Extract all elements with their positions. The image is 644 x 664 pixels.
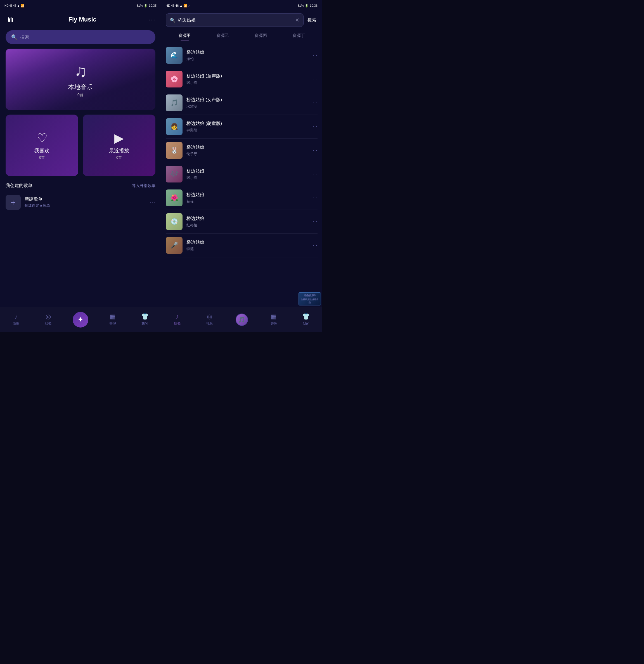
right-nav-mine[interactable]: 👕 我的 <box>290 313 322 326</box>
song-thumb-emoji: 👧 <box>170 123 178 130</box>
song-thumbnail: 🎵 <box>166 95 183 111</box>
nav-item-center[interactable]: ✦ <box>64 312 97 328</box>
nav-item-listen[interactable]: ♪ 听歌 <box>0 313 32 326</box>
new-playlist-info: 新建歌单 创建自定义歌单 <box>25 196 146 208</box>
nav-item-find[interactable]: ◎ 找歌 <box>32 313 64 326</box>
local-music-banner[interactable]: ♫ 本地音乐 0首 <box>6 49 155 110</box>
song-thumb-emoji: 🌺 <box>170 194 178 202</box>
clear-search-button[interactable]: ✕ <box>295 17 299 23</box>
right-search-box[interactable]: 🔍 桥边姑娘 ✕ <box>166 14 304 27</box>
song-artist: 钟奕萌 <box>186 128 309 133</box>
left-search-bar[interactable]: 🔍 搜索 <box>6 30 155 44</box>
right-search-query[interactable]: 桥边姑娘 <box>178 17 293 23</box>
recent-play-card[interactable]: ▶ 最近播放 0首 <box>83 115 155 176</box>
song-title: 桥边姑娘 <box>186 49 309 55</box>
left-network-indicator: HD 46 46 ▲ <box>4 4 20 7</box>
right-manage-icon: ▦ <box>271 313 277 320</box>
nav-item-mine[interactable]: 👕 我的 <box>129 313 161 326</box>
equalizer-icon[interactable] <box>6 15 16 25</box>
song-thumb-emoji: 🎤 <box>170 242 178 249</box>
song-artist: 花僮 <box>186 199 309 204</box>
right-find-icon: ◎ <box>207 313 212 320</box>
song-title: 桥边姑娘 <box>186 216 309 222</box>
song-more-button[interactable]: ··· <box>313 195 317 200</box>
song-info: 桥边姑娘 红格格 <box>186 216 309 228</box>
song-thumbnail: 🐰 <box>166 142 183 159</box>
heart-icon: ♡ <box>37 131 47 145</box>
song-more-button[interactable]: ··· <box>313 124 317 129</box>
favorites-card[interactable]: ♡ 我喜欢 0首 <box>6 115 78 176</box>
song-title: 桥边姑娘 (女声版) <box>186 97 309 103</box>
new-playlist-more-button[interactable]: ··· <box>149 200 155 205</box>
song-more-button[interactable]: ··· <box>313 243 317 248</box>
center-logo-button[interactable]: ✦ <box>73 312 88 328</box>
right-music-indicator: ♪ <box>188 4 190 7</box>
song-item[interactable]: 🌸 桥边姑娘 (童声版) 宋小睿 ··· <box>166 67 317 91</box>
user-avatar[interactable]: 🎵 <box>236 314 248 326</box>
song-info: 桥边姑娘 花僮 <box>186 192 309 204</box>
song-item[interactable]: 👧 桥边姑娘 (萌童版) 钟奕萌 ··· <box>166 115 317 139</box>
new-playlist-item[interactable]: ＋ 新建歌单 创建自定义歌单 ··· <box>0 191 161 214</box>
left-search-container: 🔍 搜索 <box>0 28 161 49</box>
manage-label: 管理 <box>109 321 116 326</box>
song-item[interactable]: 🌺 桥边姑娘 花僮 ··· <box>166 186 317 210</box>
header-more-button[interactable]: ··· <box>149 17 155 23</box>
left-battery: 81% <box>137 4 143 7</box>
right-nav-listen[interactable]: ♪ 听歌 <box>161 313 193 326</box>
right-nav-manage[interactable]: ▦ 管理 <box>258 313 290 326</box>
right-nav-avatar-item[interactable]: 🎵 <box>226 314 258 326</box>
tab-source-c[interactable]: 资源丙 <box>242 30 280 41</box>
song-thumbnail: 👧 <box>166 118 183 135</box>
song-thumb-emoji: 🎵 <box>170 99 178 106</box>
song-artist: 红格格 <box>186 223 309 228</box>
find-icon: ◎ <box>45 313 51 320</box>
song-more-button[interactable]: ··· <box>313 77 317 82</box>
right-battery: 81% <box>297 4 304 7</box>
watermark-line1: 撸撸资源® <box>300 294 319 297</box>
song-item[interactable]: 🐰 桥边姑娘 兔子牙 ··· <box>166 139 317 162</box>
song-item[interactable]: 💿 桥边姑娘 红格格 ··· <box>166 210 317 234</box>
song-title: 桥边姑娘 <box>186 168 309 174</box>
song-more-button[interactable]: ··· <box>313 100 317 105</box>
song-thumb-emoji: 🌸 <box>170 76 178 83</box>
nav-item-manage[interactable]: ▦ 管理 <box>97 313 129 326</box>
local-music-count: 0首 <box>78 92 84 98</box>
import-playlist-button[interactable]: 导入外部歌单 <box>132 183 155 188</box>
favorites-count: 0首 <box>39 155 45 160</box>
left-bottom-nav: ♪ 听歌 ◎ 找歌 ✦ ▦ 管理 👕 我的 <box>0 307 161 332</box>
song-more-button[interactable]: ··· <box>313 219 317 224</box>
song-more-button[interactable]: ··· <box>313 53 317 58</box>
listen-label: 听歌 <box>13 321 20 326</box>
song-more-button[interactable]: ··· <box>313 148 317 153</box>
source-tabs: 资源甲 资源乙 资源丙 资源丁 <box>161 30 322 41</box>
new-playlist-title: 新建歌单 <box>25 196 146 202</box>
search-button[interactable]: 搜索 <box>306 17 317 23</box>
left-status-bar: HD 46 46 ▲ 📶 81% 🔋 10:35 <box>0 0 161 11</box>
song-item[interactable]: 🌊 桥边姑娘 海伦 ··· <box>166 44 317 67</box>
right-listen-label: 听歌 <box>174 321 181 326</box>
right-mine-icon: 👕 <box>302 313 310 320</box>
song-item[interactable]: 🎤 桥边姑娘 李恺 ··· <box>166 234 317 257</box>
song-item[interactable]: 🎶 桥边姑娘 宋小睿 ··· <box>166 162 317 186</box>
song-more-button[interactable]: ··· <box>313 171 317 177</box>
song-thumbnail: 🌺 <box>166 189 183 206</box>
right-nav-find[interactable]: ◎ 找歌 <box>193 313 226 326</box>
manage-icon: ▦ <box>110 313 116 320</box>
left-panel: HD 46 46 ▲ 📶 81% 🔋 10:35 Fly Music ··· <box>0 0 161 332</box>
tab-source-a[interactable]: 资源甲 <box>166 30 204 41</box>
svg-point-4 <box>8 18 9 20</box>
mine-icon: 👕 <box>141 313 149 320</box>
song-title: 桥边姑娘 (童声版) <box>186 73 309 79</box>
song-info: 桥边姑娘 (萌童版) 钟奕萌 <box>186 121 309 133</box>
right-panel: HD 46 46 ▲ 📶 ♪ 81% 🔋 10:36 🔍 桥边姑娘 ✕ 搜索 资… <box>161 0 322 332</box>
song-list: 🌊 桥边姑娘 海伦 ··· 🌸 桥边姑娘 (童声版) 宋小睿 ··· 🎵 桥边姑… <box>161 44 322 307</box>
banner-content: ♫ 本地音乐 0首 <box>68 61 93 98</box>
song-thumb-emoji: 🐰 <box>170 147 178 154</box>
song-item[interactable]: 🎵 桥边姑娘 (女声版) 宋雅萌 ··· <box>166 91 317 115</box>
right-manage-label: 管理 <box>271 321 277 326</box>
song-thumb-emoji: 🌊 <box>170 52 178 59</box>
tab-source-b[interactable]: 资源乙 <box>204 30 242 41</box>
left-wifi-icon: 📶 <box>21 4 25 7</box>
recent-play-count: 0首 <box>116 155 122 160</box>
tab-source-d[interactable]: 资源丁 <box>279 30 317 41</box>
